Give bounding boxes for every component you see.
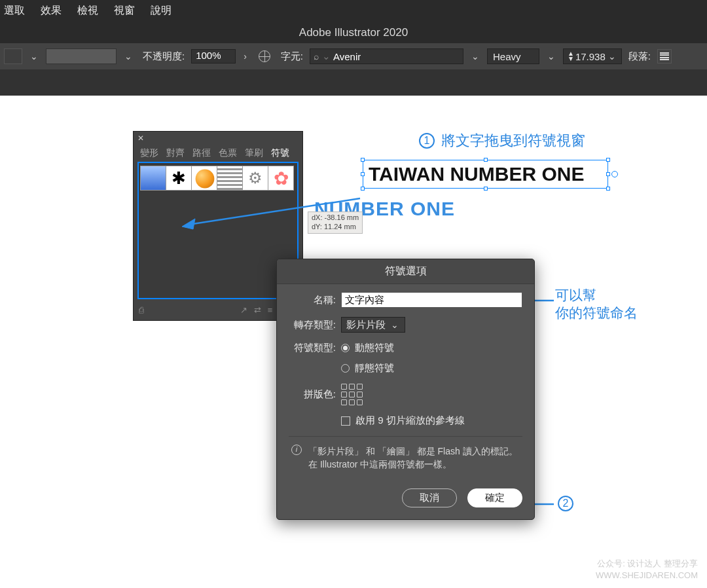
stepper-icon[interactable]: ▲▼ [568, 51, 574, 62]
tab-align[interactable]: 對齊 [166, 147, 185, 159]
opacity-field[interactable]: 100% [191, 49, 236, 64]
close-icon[interactable]: ✕ [137, 134, 144, 143]
menu-view[interactable]: 檢視 [77, 4, 98, 18]
selection-handle[interactable] [361, 187, 365, 191]
selection-handle[interactable] [606, 187, 610, 191]
chevron-down-icon[interactable]: ⌄ [29, 51, 39, 62]
ok-button[interactable]: 確定 [467, 488, 522, 507]
symbol-options-dialog: 符號選項 名稱: 轉存類型: 影片片段 ⌄ 符號類型: 動態符號 靜態符號 [276, 259, 535, 520]
annotation-name-hint: 可以幫 你的符號命名 [555, 286, 638, 322]
tab-pathfinder[interactable]: 路徑 [192, 147, 211, 159]
font-size-field[interactable]: ▲▼ 17.938 ⌄ [563, 48, 622, 64]
fill-preview[interactable] [46, 48, 117, 64]
tab-swatches[interactable]: 色票 [219, 147, 237, 159]
place-symbol-icon[interactable]: ↗ [240, 305, 247, 315]
chevron-right-icon[interactable]: › [242, 51, 248, 62]
break-link-icon[interactable]: ⇄ [254, 305, 261, 315]
registration-label: 拼版色: [289, 388, 336, 401]
options-toolbar: ⌄ ⌄ 不透明度: 100% › 字元: ⌕⌄ ⌄ Heavy ⌄ ▲▼ 17.… [0, 43, 707, 69]
paragraph-align-button[interactable] [657, 49, 672, 64]
app-title-bar: Adobe Illustrator 2020 [0, 22, 707, 43]
export-type-select[interactable]: 影片片段 ⌄ [341, 317, 405, 333]
text-content: TAIWAN NUMBER ONE [369, 163, 602, 185]
chevron-down-icon[interactable]: ⌄ [470, 51, 480, 62]
menu-window[interactable]: 視窗 [114, 4, 135, 18]
selection-handle[interactable] [484, 158, 488, 162]
font-weight-field[interactable]: Heavy [487, 48, 539, 64]
svg-line-0 [189, 198, 360, 225]
selection-handle[interactable] [606, 158, 610, 162]
chevron-down-icon[interactable]: ⌄ [123, 51, 134, 62]
tab-symbols[interactable]: 符號 [271, 147, 289, 159]
selection-handle[interactable] [361, 158, 365, 162]
svg-marker-1 [182, 219, 195, 229]
dialog-info-note: i 「影片片段」 和 「繪圖」 都是 Flash 讀入的標記。在 Illustr… [289, 436, 522, 479]
watermark: 公众号: 设计达人 整理分享 WWW.SHEJIDAREN.COM [596, 558, 698, 581]
drag-arrow-icon [177, 195, 367, 234]
cancel-button[interactable]: 取消 [402, 488, 457, 507]
chevron-down-icon[interactable]: ⌄ [546, 51, 556, 62]
menu-select[interactable]: 選取 [4, 4, 25, 18]
symbol-thumb[interactable]: ✿ [268, 166, 294, 191]
selection-handle[interactable] [361, 172, 365, 176]
radio-icon [341, 364, 350, 373]
tab-brushes[interactable]: 筆刷 [245, 147, 263, 159]
symbol-options-icon[interactable]: ≡ [268, 305, 273, 315]
symbol-name-input[interactable] [341, 292, 522, 308]
symbol-thumb[interactable] [217, 166, 243, 191]
annotation-step-1: 1 將文字拖曳到符號視窗 [419, 131, 585, 151]
step-number-icon: 2 [558, 496, 573, 511]
step-number-icon: 1 [419, 133, 435, 149]
selected-text-object[interactable]: TAIWAN NUMBER ONE [363, 160, 608, 189]
menu-help[interactable]: 說明 [151, 4, 172, 18]
text-out-port[interactable] [611, 171, 618, 177]
radio-icon [341, 344, 350, 352]
registration-grid[interactable] [341, 384, 363, 405]
symbol-thumb[interactable]: ✱ [166, 166, 192, 191]
nine-slice-checkbox[interactable]: 啟用 9 切片縮放的參考線 [341, 414, 465, 427]
annotation-step-2: 2 [558, 496, 573, 511]
symbol-thumb[interactable] [191, 166, 217, 191]
symbol-thumb[interactable]: ⚙ [242, 166, 268, 191]
checkbox-icon [341, 416, 350, 426]
fill-chip[interactable] [4, 48, 22, 64]
toolbar-spacer [0, 69, 707, 96]
name-label: 名稱: [289, 294, 336, 306]
menu-effect[interactable]: 效果 [41, 4, 62, 18]
char-label: 字元: [281, 50, 303, 63]
panel-tabs: 變形 對齊 路徑 色票 筆刷 符號 [134, 145, 302, 159]
app-menu-bar: 選取 效果 檢視 視窗 說明 [0, 0, 707, 22]
opacity-label: 不透明度: [143, 50, 185, 63]
tab-transform[interactable]: 變形 [140, 147, 158, 159]
globe-icon[interactable] [259, 50, 270, 62]
chevron-down-icon: ⌄ [390, 320, 400, 330]
radio-dynamic-symbol[interactable]: 動態符號 [341, 342, 394, 354]
symbol-type-label: 符號類型: [289, 342, 336, 354]
selection-handle[interactable] [484, 187, 488, 191]
selection-handle[interactable] [606, 172, 610, 176]
radio-static-symbol[interactable]: 靜態符號 [341, 362, 394, 375]
search-icon: ⌕ [314, 51, 319, 62]
library-icon[interactable]: ⎙ [139, 305, 144, 315]
dialog-title: 符號選項 [277, 259, 534, 284]
font-family-input[interactable] [332, 51, 463, 62]
font-family-field[interactable]: ⌕⌄ [310, 48, 463, 64]
info-icon: i [291, 445, 302, 455]
export-type-label: 轉存類型: [289, 319, 336, 331]
paragraph-label: 段落: [628, 50, 651, 63]
symbol-thumb[interactable] [140, 166, 166, 191]
app-title: Adobe Illustrator 2020 [299, 26, 408, 39]
